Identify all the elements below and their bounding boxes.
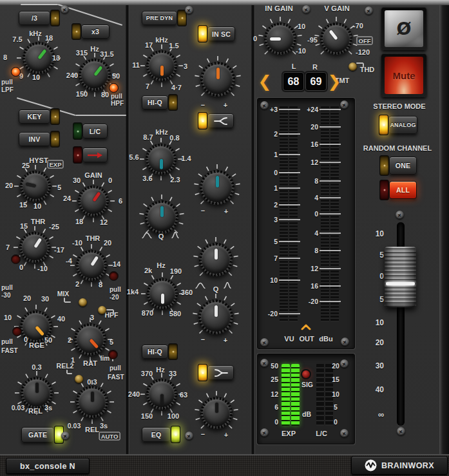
brainworx-logo-icon <box>365 459 377 471</box>
panel-label: 0 <box>379 272 384 281</box>
panel-label: 1.5 <box>169 42 178 50</box>
vu-left-scale-label: 1 <box>274 184 278 192</box>
channel-next-button[interactable]: ❯ <box>328 72 341 91</box>
panel-label: dBu <box>319 335 332 343</box>
channel-prev-button[interactable]: ❮ <box>258 72 272 91</box>
x3-button[interactable]: x3 <box>81 24 110 39</box>
vu-right-tick <box>320 162 341 163</box>
thd-trim[interactable] <box>349 62 357 71</box>
screw: + <box>61 5 69 14</box>
panel-label: pull <box>1 338 13 345</box>
hpf-trim[interactable] <box>98 306 106 314</box>
rge-fast-led[interactable] <box>12 327 22 336</box>
inv-button[interactable]: INV <box>19 132 50 146</box>
key-led <box>50 108 60 125</box>
panel-label: GAIN <box>84 171 102 179</box>
mute-button[interactable]: Mute <box>381 53 426 97</box>
key-button[interactable]: KEY <box>19 109 50 124</box>
rel2-trim[interactable] <box>75 375 83 383</box>
vu-led-column <box>280 106 288 322</box>
all-button[interactable]: ALL <box>389 181 417 199</box>
pull-30-led[interactable] <box>11 254 21 264</box>
div3-button[interactable]: /3 <box>19 11 50 25</box>
vu-left-tick <box>279 187 300 189</box>
lf-freq-knob[interactable] <box>147 278 178 309</box>
bellw-icon <box>195 282 206 289</box>
hmf-gain-knob[interactable] <box>200 62 235 97</box>
vu-right-scale-label: 12 <box>310 158 318 166</box>
pull-lpf-led[interactable] <box>11 67 21 77</box>
pull-20-led[interactable] <box>109 271 119 281</box>
panel-label: 30 <box>73 176 81 184</box>
sub-gain-knob[interactable] <box>200 397 233 429</box>
lf-q-knob[interactable] <box>199 243 233 276</box>
lc-filter-button[interactable]: L/C <box>82 124 108 138</box>
fader-cap-stripe <box>386 282 415 285</box>
chevup-icon <box>301 325 311 330</box>
panel-label: -30 <box>1 292 10 299</box>
thr-comp-knob[interactable] <box>76 250 107 281</box>
plugin-name-plate: bx_console N <box>6 458 90 474</box>
one-button[interactable]: ONE <box>389 157 417 175</box>
mix-trim[interactable] <box>79 298 87 307</box>
vu-right-scale-label: -20 <box>309 298 318 305</box>
panel-label: 10 <box>376 318 384 327</box>
in-sc-label: IN SC <box>212 30 231 38</box>
phase-button[interactable]: Ø <box>381 7 426 50</box>
x3-led <box>72 23 81 40</box>
screw: + <box>260 338 269 347</box>
output-fader-cap[interactable] <box>385 247 416 307</box>
hmf-freq-knob[interactable] <box>146 50 177 81</box>
panel-label: 50 <box>112 72 120 80</box>
panel-label: L <box>292 62 296 70</box>
panel-label: 3 <box>184 62 187 70</box>
lpf-freq-knob[interactable] <box>23 42 55 74</box>
lf-gain-knob[interactable] <box>198 300 233 334</box>
sig-led <box>301 369 311 379</box>
route-arrow-button[interactable] <box>82 148 108 162</box>
pre-dyn-button[interactable]: PRE DYN <box>142 11 177 25</box>
panel-label: kHz <box>29 30 42 37</box>
panel-label: -10 <box>72 239 82 247</box>
bell-hmf-button[interactable] <box>207 113 234 128</box>
panel-label: 7 <box>6 243 10 251</box>
lmf-q-knob[interactable] <box>145 200 178 234</box>
hi-q-hmf-button[interactable]: HI-Q <box>142 95 168 109</box>
gate-button[interactable]: GATE <box>21 427 54 443</box>
panel-label: 0.03 <box>68 422 81 430</box>
rel-gate-knob-pointer <box>35 383 39 394</box>
analog-button[interactable]: ANALOG <box>388 116 417 134</box>
sub-gain-knob-pointer <box>215 403 218 414</box>
panel-label: -120 <box>356 48 370 56</box>
belln-icon <box>224 282 232 289</box>
panel-label: 8.7 <box>143 133 153 141</box>
panel-label: 1.4 <box>181 155 191 162</box>
in-gain-knob[interactable] <box>264 23 296 55</box>
hi-q-lf-button[interactable]: HI-Q <box>142 345 168 359</box>
bell-lf-button[interactable] <box>207 365 234 380</box>
thr-gate-knob[interactable] <box>19 232 50 263</box>
lmf-gain-knob[interactable] <box>200 170 234 205</box>
in-sc-button[interactable]: IN SC <box>207 26 235 41</box>
hi-q-lf-label: HI-Q <box>148 348 162 356</box>
eq-button[interactable]: EQ <box>142 427 171 442</box>
rat-knob[interactable] <box>74 323 106 356</box>
panel-label: 31.5 <box>100 50 113 58</box>
hyst-knob[interactable] <box>20 171 51 202</box>
gate-label: GATE <box>28 431 47 439</box>
screw: + <box>260 359 269 367</box>
rel-comp-knob[interactable] <box>76 386 108 418</box>
gate-gain-knob[interactable] <box>78 186 109 216</box>
panel-label: STEREO MODE <box>373 102 425 110</box>
rat-fast-led[interactable] <box>108 350 118 359</box>
channel-left-display[interactable]: 68 <box>283 72 304 91</box>
hi-q-hmf-led <box>168 94 178 111</box>
lmf-freq-knob[interactable] <box>146 144 177 175</box>
v-gain-knob[interactable] <box>320 23 352 55</box>
hpf-freq-knob[interactable] <box>79 59 111 91</box>
sub-freq-knob[interactable] <box>146 379 177 410</box>
forkr-icon <box>213 116 229 126</box>
pull-hpf-led[interactable] <box>109 83 119 93</box>
channel-right-display[interactable]: 69 <box>305 72 327 91</box>
panel-label: kHz <box>155 36 168 44</box>
